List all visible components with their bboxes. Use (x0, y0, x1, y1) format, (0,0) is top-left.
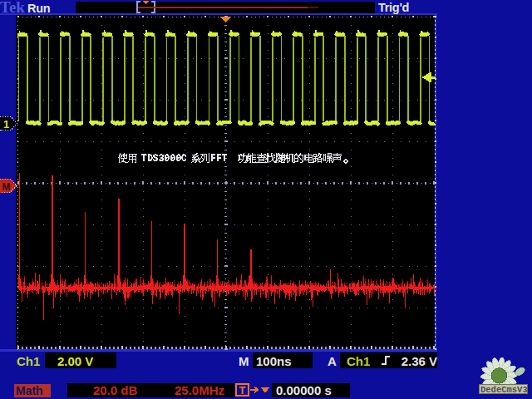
svg-text:100ns: 100ns (256, 354, 292, 368)
svg-text:M: M (2, 181, 11, 193)
svg-text:A: A (328, 354, 337, 368)
svg-text:Trig'd: Trig'd (378, 1, 409, 14)
svg-text:Tek: Tek (0, 0, 25, 16)
svg-text:DedeCmsV3: DedeCmsV3 (480, 385, 528, 395)
svg-text:2.36 V: 2.36 V (401, 354, 437, 368)
svg-text:1: 1 (3, 118, 9, 131)
svg-text:0.00000 s: 0.00000 s (276, 383, 332, 397)
svg-text:Ch1: Ch1 (347, 354, 370, 368)
svg-text:Ch1: Ch1 (17, 354, 40, 368)
svg-text:Run: Run (27, 2, 50, 15)
svg-text:T: T (239, 384, 246, 397)
svg-text:Math: Math (16, 384, 43, 397)
svg-text:25.0MHz: 25.0MHz (175, 383, 224, 397)
svg-text:20.0 dB: 20.0 dB (93, 383, 138, 397)
svg-text:M: M (239, 354, 249, 368)
svg-text:2.00 V: 2.00 V (57, 354, 93, 368)
